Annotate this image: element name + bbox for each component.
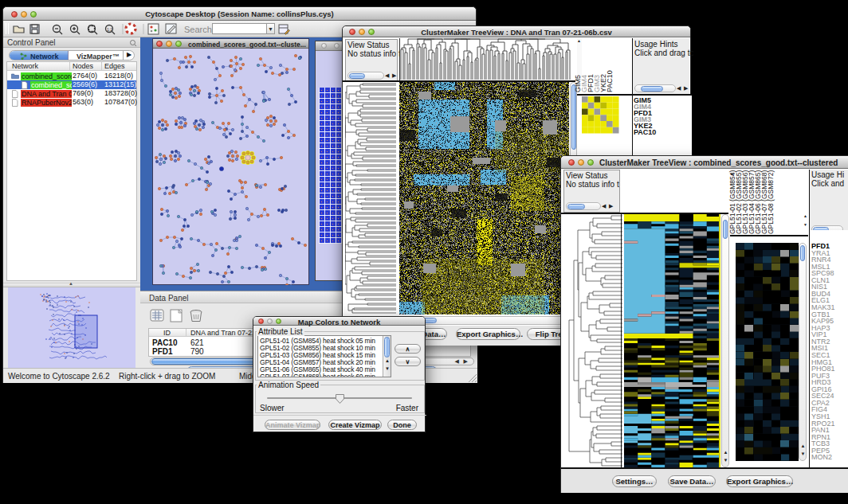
svg-text:1:1: 1:1 — [107, 27, 112, 32]
